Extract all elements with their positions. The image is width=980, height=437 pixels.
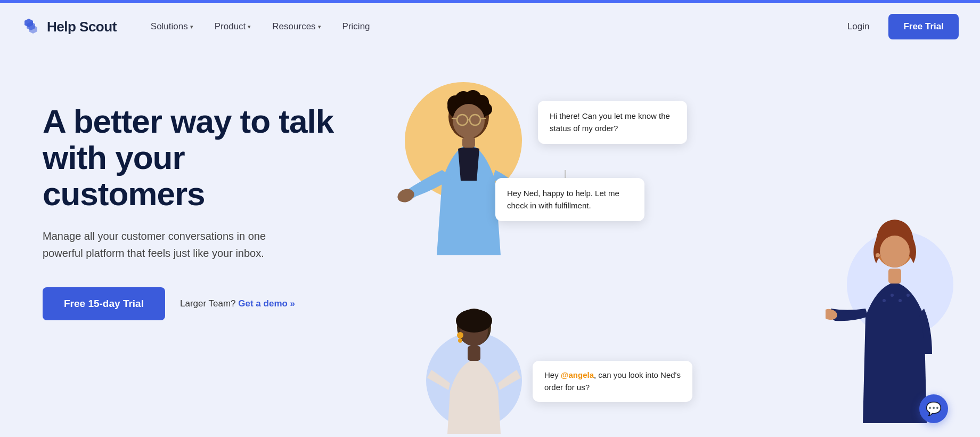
nav-item-product[interactable]: Product ▾	[206, 17, 260, 36]
svg-rect-14	[462, 137, 475, 148]
hero-actions: Free 15-day Trial Larger Team? Get a dem…	[43, 287, 341, 320]
svg-point-23	[876, 253, 880, 257]
logo-icon	[21, 17, 42, 37]
logo-text: Help Scout	[47, 19, 117, 35]
svg-point-26	[457, 332, 463, 338]
navigation: Help Scout Solutions ▾ Product ▾ Resourc…	[0, 3, 980, 50]
svg-point-18	[891, 294, 894, 297]
hero-title: A better way to talk with your customers	[43, 103, 341, 213]
demo-link[interactable]: Get a demo »	[238, 298, 295, 309]
svg-point-16	[880, 236, 910, 268]
svg-point-17	[883, 299, 886, 302]
nav-free-trial-button[interactable]: Free Trial	[888, 14, 959, 39]
chat-bubble-3-mention: @angela	[561, 370, 594, 379]
chat-fab-button[interactable]: 💬	[919, 394, 948, 423]
hero-section: A better way to talk with your customers…	[0, 50, 980, 434]
svg-rect-29	[468, 346, 480, 361]
chat-bubble-3-prefix: Hey	[544, 370, 561, 379]
nav-right: Login Free Trial	[841, 14, 959, 39]
chat-bubble-3: Hey @angela, can you look into Ned's ord…	[533, 361, 692, 402]
svg-rect-22	[888, 269, 901, 284]
svg-line-12	[480, 118, 486, 119]
nav-resources-label: Resources	[272, 21, 315, 32]
demo-link-container: Larger Team? Get a demo »	[180, 298, 295, 309]
nav-links: Solutions ▾ Product ▾ Resources ▾ Pricin…	[142, 17, 841, 36]
svg-point-19	[899, 299, 902, 302]
svg-line-11	[452, 118, 457, 119]
nav-item-pricing[interactable]: Pricing	[334, 17, 379, 36]
logo-link[interactable]: Help Scout	[21, 17, 117, 37]
demo-prefix: Larger Team?	[180, 298, 236, 309]
chat-bubble-2-text: Hey Ned, happy to help. Let me check in …	[507, 189, 619, 210]
hero-cta-button[interactable]: Free 15-day Trial	[43, 287, 165, 320]
person1-illustration	[394, 74, 543, 255]
person2-illustration	[826, 210, 964, 423]
nav-item-resources[interactable]: Resources ▾	[264, 17, 329, 36]
chat-bubble-1-text: Hi there! Can you let me know the status…	[550, 111, 670, 133]
chat-bubble-2: Hey Ned, happy to help. Let me check in …	[495, 178, 644, 221]
hero-subtitle: Manage all your customer conversations i…	[43, 228, 309, 262]
chat-bubble-1: Hi there! Can you let me know the status…	[538, 101, 687, 144]
hero-illustration: Hi there! Can you let me know the status…	[362, 71, 959, 434]
svg-point-20	[907, 294, 910, 297]
nav-solutions-label: Solutions	[151, 21, 188, 32]
nav-pricing-label: Pricing	[342, 21, 370, 32]
svg-point-27	[458, 338, 462, 343]
chevron-down-icon: ▾	[190, 23, 193, 30]
chat-icon: 💬	[926, 401, 942, 416]
svg-point-28	[456, 309, 492, 333]
person3-illustration	[415, 295, 533, 434]
chevron-down-icon: ▾	[318, 23, 321, 30]
chevron-down-icon: ▾	[248, 23, 251, 30]
nav-product-label: Product	[215, 21, 246, 32]
nav-item-solutions[interactable]: Solutions ▾	[142, 17, 202, 36]
login-link[interactable]: Login	[841, 17, 876, 36]
hero-content: A better way to talk with your customers…	[43, 71, 341, 320]
